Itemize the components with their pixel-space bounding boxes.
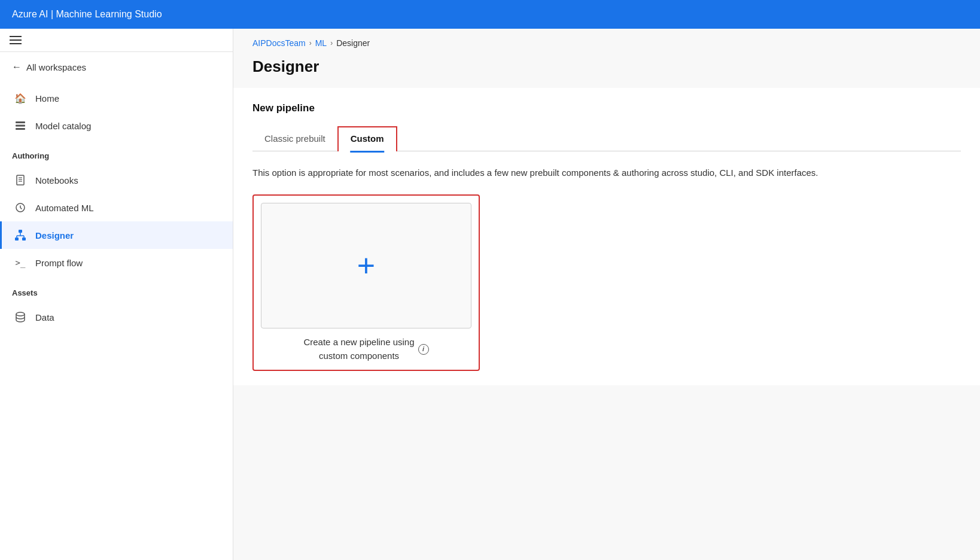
sidebar-item-label: Model catalog: [35, 121, 91, 131]
plus-icon: +: [357, 250, 375, 281]
svg-point-15: [16, 312, 25, 316]
prompt-flow-icon: >_: [14, 256, 27, 269]
sidebar-item-data[interactable]: Data: [0, 303, 233, 331]
sidebar: ← All workspaces 🏠 Home Model catalog Au…: [0, 29, 233, 560]
breadcrumb-sep-1: ›: [309, 39, 312, 47]
sidebar-item-designer[interactable]: Designer: [0, 221, 233, 249]
sidebar-item-label: Data: [35, 312, 54, 322]
breadcrumb-aipdocsteam[interactable]: AIPDocsTeam: [252, 38, 306, 48]
content-area: New pipeline Classic prebuilt Custom Thi…: [233, 88, 980, 385]
back-to-workspaces-link[interactable]: ← All workspaces: [0, 52, 233, 82]
home-icon: 🏠: [14, 92, 27, 105]
hamburger-menu-button[interactable]: [10, 36, 22, 44]
breadcrumb-ml[interactable]: ML: [315, 38, 327, 48]
sidebar-item-automated-ml[interactable]: Automated ML: [0, 194, 233, 221]
pipeline-tabs: Classic prebuilt Custom: [252, 126, 961, 151]
authoring-section-label: Authoring: [0, 142, 233, 164]
new-pipeline-card[interactable]: +: [261, 203, 471, 328]
sidebar-item-home[interactable]: 🏠 Home: [0, 84, 233, 112]
breadcrumb: AIPDocsTeam › ML › Designer: [233, 29, 980, 53]
tab-description: This option is appropriate for most scen…: [252, 166, 961, 180]
sidebar-item-label: Notebooks: [35, 175, 78, 185]
nav-section-authoring: Notebooks Automated ML: [0, 164, 233, 279]
page-header: Designer: [233, 53, 980, 88]
svg-rect-10: [22, 238, 26, 241]
model-catalog-icon: [14, 119, 27, 132]
svg-rect-0: [16, 121, 25, 123]
sidebar-item-label: Home: [35, 93, 59, 104]
card-label: Create a new pipeline using custom compo…: [261, 336, 471, 363]
svg-rect-9: [15, 238, 19, 241]
back-arrow-icon: ←: [12, 62, 22, 72]
sidebar-top: [0, 29, 233, 52]
sidebar-item-model-catalog[interactable]: Model catalog: [0, 112, 233, 139]
designer-icon: [14, 229, 27, 242]
section-title: New pipeline: [252, 102, 961, 114]
svg-rect-8: [19, 230, 22, 233]
nav-section-assets: Data: [0, 301, 233, 333]
main-content: AIPDocsTeam › ML › Designer Designer New…: [233, 29, 980, 560]
svg-rect-3: [17, 175, 24, 185]
data-icon: [14, 311, 27, 324]
pipeline-card-container[interactable]: + Create a new pipeline using custom com…: [252, 194, 480, 371]
sidebar-item-label: Prompt flow: [35, 258, 83, 268]
info-icon[interactable]: i: [418, 344, 429, 355]
svg-rect-2: [16, 128, 25, 130]
back-label: All workspaces: [26, 62, 86, 72]
sidebar-item-label: Automated ML: [35, 203, 94, 213]
breadcrumb-designer: Designer: [336, 38, 370, 48]
sidebar-item-prompt-flow[interactable]: >_ Prompt flow: [0, 249, 233, 276]
tab-classic-prebuilt[interactable]: Classic prebuilt: [252, 127, 337, 151]
card-label-text: Create a new pipeline using custom compo…: [303, 336, 414, 363]
app-title: Azure AI | Machine Learning Studio: [12, 9, 162, 20]
app-header: Azure AI | Machine Learning Studio: [0, 0, 980, 29]
automated-ml-icon: [14, 201, 27, 214]
sidebar-item-label: Designer: [35, 230, 74, 241]
breadcrumb-sep-2: ›: [330, 39, 333, 47]
tab-custom[interactable]: Custom: [337, 126, 397, 151]
svg-rect-1: [16, 125, 25, 127]
page-title: Designer: [252, 57, 961, 76]
nav-section-main: 🏠 Home Model catalog: [0, 82, 233, 142]
notebooks-icon: [14, 174, 27, 187]
sidebar-item-notebooks[interactable]: Notebooks: [0, 166, 233, 194]
assets-section-label: Assets: [0, 279, 233, 301]
